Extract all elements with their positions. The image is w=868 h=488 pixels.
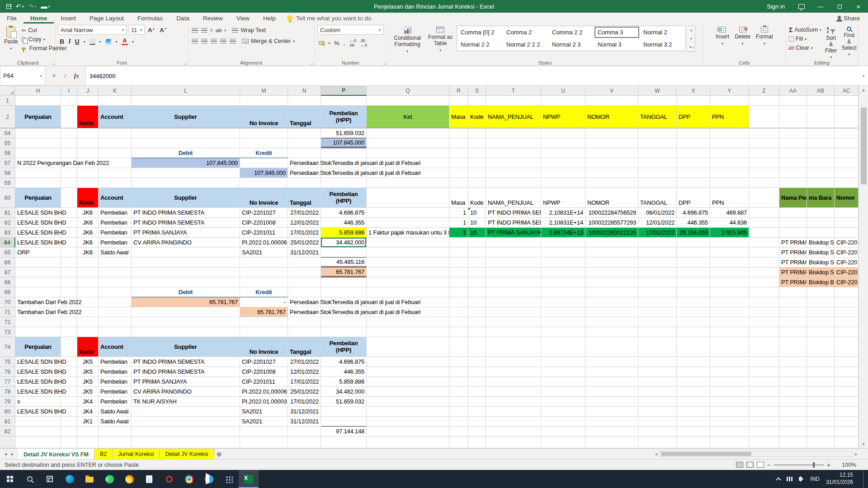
cell-J68[interactable]: [77, 277, 99, 287]
cell-AC61[interactable]: [835, 208, 859, 218]
cell-X77[interactable]: [677, 377, 710, 387]
cell-N66[interactable]: [288, 258, 321, 267]
cell-S77[interactable]: [468, 377, 486, 387]
cell-V82[interactable]: [585, 427, 638, 436]
cell-K67[interactable]: [99, 267, 132, 277]
cell-AC80[interactable]: [835, 407, 859, 417]
cell-Z76[interactable]: [749, 367, 779, 377]
cell-N54[interactable]: [288, 128, 321, 138]
cell-X80[interactable]: [677, 407, 710, 417]
cell-W61[interactable]: 06/01/2022: [638, 208, 677, 218]
cell-M58[interactable]: 107.845.000: [240, 168, 288, 178]
align-left-button[interactable]: [192, 39, 198, 44]
new-sheet-button[interactable]: ⊕: [214, 449, 224, 459]
cell-V64[interactable]: [585, 238, 638, 248]
cell-Q55[interactable]: [367, 138, 449, 148]
row-header-55[interactable]: 55: [0, 138, 15, 148]
autosum-button[interactable]: ΣAutoSum▾: [788, 25, 823, 34]
cell-R81[interactable]: [449, 417, 468, 427]
tab-insert[interactable]: Insert: [54, 14, 83, 23]
number-dialog-launcher[interactable]: ⌟: [383, 61, 385, 65]
scroll-up-arrow[interactable]: ▲: [859, 86, 868, 94]
cell-Z66[interactable]: [749, 258, 779, 267]
cell-S72[interactable]: [468, 317, 486, 327]
cell-T74[interactable]: [486, 337, 541, 357]
vertical-scrollbar[interactable]: ▲ ▼: [859, 86, 868, 448]
row-header-75[interactable]: 75: [0, 357, 15, 367]
cell-Y65[interactable]: [710, 248, 749, 258]
insert-function-button[interactable]: fx: [74, 72, 79, 80]
cell-H71[interactable]: Tambahan Dari Feb 2022: [15, 307, 61, 317]
cell-AB71[interactable]: [807, 307, 835, 317]
row-header-67[interactable]: 67: [0, 267, 15, 277]
cell-Q54[interactable]: [367, 128, 449, 138]
underline-button[interactable]: U: [75, 38, 80, 45]
cell-AB65[interactable]: Biskitop Sa: [807, 248, 835, 258]
cell-M71[interactable]: 65.781.767: [240, 307, 288, 317]
cell-W75[interactable]: [638, 357, 677, 367]
cell-AC75[interactable]: [835, 357, 859, 367]
cell-AC78[interactable]: [835, 387, 859, 397]
cell-H78[interactable]: LESALE SDN BHD: [15, 387, 61, 397]
alignment-dialog-launcher[interactable]: ⌟: [311, 61, 313, 65]
shrink-font-button[interactable]: A▼: [158, 27, 168, 33]
cell-Z55[interactable]: [749, 138, 779, 148]
hscroll-right-arrow[interactable]: ▸: [855, 452, 857, 456]
cell-U79[interactable]: [541, 397, 585, 407]
cell-W69[interactable]: [638, 287, 677, 297]
cell-P60[interactable]: Pembelian (HPP): [321, 188, 367, 208]
cell-I60[interactable]: [61, 188, 77, 208]
cell-P62[interactable]: 446.355: [321, 218, 367, 228]
cell-Y57[interactable]: [710, 158, 749, 168]
cell-V61[interactable]: 100022284756529: [585, 208, 638, 218]
cell-R57[interactable]: [449, 158, 468, 168]
cell-V68[interactable]: [585, 277, 638, 287]
page-layout-view-button[interactable]: [746, 462, 754, 468]
cell-U74[interactable]: [541, 337, 585, 357]
align-center-button[interactable]: [201, 39, 208, 44]
cell-R65[interactable]: [449, 248, 468, 258]
cell-J73[interactable]: [77, 327, 99, 337]
cell-U58[interactable]: [541, 168, 585, 178]
cell-V72[interactable]: [585, 317, 638, 327]
font-name-select[interactable]: Arial Narrow▾: [58, 25, 127, 35]
cell-Z71[interactable]: [749, 307, 779, 317]
cell-Y55[interactable]: [710, 138, 749, 148]
cell-W70[interactable]: [638, 297, 677, 307]
cell-P72[interactable]: [321, 317, 367, 327]
cell-N75[interactable]: 27/01/2022: [288, 357, 321, 367]
cell-R54[interactable]: [449, 128, 468, 138]
cell-Y77[interactable]: [710, 377, 749, 387]
align-bottom-button[interactable]: [211, 29, 212, 31]
fill-color-button[interactable]: [105, 39, 112, 44]
cell-Y54[interactable]: [710, 128, 749, 138]
cell-Y62[interactable]: 44.636: [710, 218, 749, 228]
cell-H56[interactable]: [15, 148, 61, 158]
cell-Z72[interactable]: [749, 317, 779, 327]
taskbar-clock[interactable]: 12.15 31/01/2026: [826, 472, 857, 486]
cell-I72[interactable]: [61, 317, 77, 327]
cell-Z77[interactable]: [749, 377, 779, 387]
cell-L75[interactable]: PT INDO PRIMA SEMESTA: [132, 357, 240, 367]
cell-AC74[interactable]: [835, 337, 859, 357]
cell-L81[interactable]: [132, 417, 240, 427]
cell-K76[interactable]: Pembelian: [99, 367, 132, 377]
bold-button[interactable]: B: [60, 38, 64, 45]
cell-AB1[interactable]: [807, 96, 835, 106]
cell-M82[interactable]: [240, 427, 288, 436]
cell-R75[interactable]: [449, 357, 468, 367]
cell-AB61[interactable]: [807, 208, 835, 218]
cell-I67[interactable]: [61, 267, 77, 277]
cell-AA56[interactable]: [779, 148, 807, 158]
cell-T80[interactable]: [486, 407, 541, 417]
cell-Q[interactable]: [367, 436, 449, 448]
row-header-61[interactable]: 61: [0, 208, 15, 218]
cell-L[interactable]: [132, 436, 240, 448]
sort-filter-button[interactable]: AZ Sort & Filter ▾: [823, 25, 840, 60]
cell-W74[interactable]: [638, 337, 677, 357]
cell-N62[interactable]: 12/01/2022: [288, 218, 321, 228]
tab-formulas[interactable]: Formulas: [131, 14, 170, 23]
cell-N74[interactable]: Tanggal: [288, 337, 321, 357]
cell-AB73[interactable]: [807, 327, 835, 337]
cell-H82[interactable]: [15, 427, 61, 436]
